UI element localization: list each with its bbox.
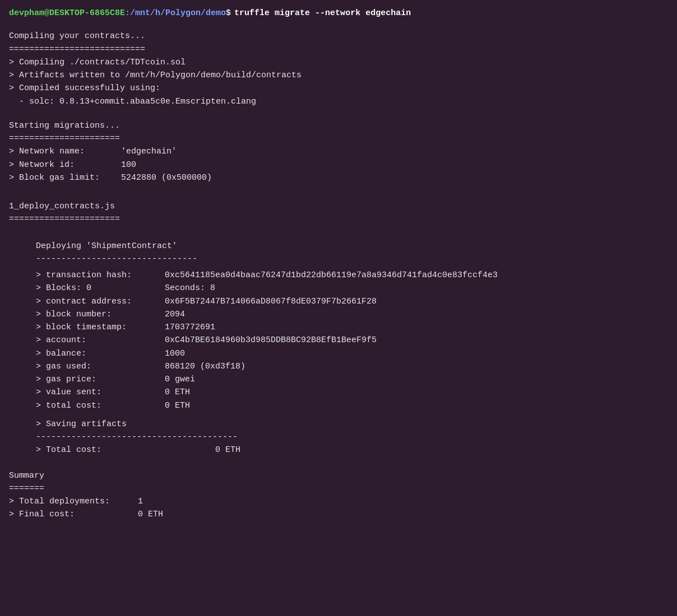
account-row: > account: 0xC4b7BE6184960b3d985DDB8BC92… <box>36 334 668 347</box>
tx-hash-value: 0xc5641185ea0d4baac76247d1bd22db66119e7a… <box>165 269 498 282</box>
contract-addr-label: > contract address: <box>36 295 165 308</box>
prompt-path: :/mnt/h/Polygon/demo <box>125 7 226 20</box>
compiling-line-4: - solc: 0.8.13+commit.abaa5c0e.Emscripte… <box>9 95 668 108</box>
block-ts-label: > block timestamp: <box>36 321 165 334</box>
value-sent-value: 0 ETH <box>165 386 190 399</box>
final-cost-label: > Final cost: <box>9 508 138 521</box>
prompt-user: devpham@DESKTOP-6865C8E <box>9 7 125 20</box>
block-gas-value: 5242880 (0x500000) <box>121 171 212 184</box>
migrations-header: Starting migrations... <box>9 119 668 132</box>
summary-section: Summary ======= > Total deployments: 1 >… <box>9 469 668 521</box>
account-value: 0xC4b7BE6184960b3d985DDB8BC92B8EfB1BeeF9… <box>165 334 377 347</box>
block-num-value: 2094 <box>165 308 185 321</box>
terminal: devpham@DESKTOP-6865C8E :/mnt/h/Polygon/… <box>9 7 668 521</box>
block-ts-value: 1703772691 <box>165 321 215 334</box>
prompt-command: truffle migrate --network edgechain <box>234 7 411 20</box>
total-cost-summary-label: > Total cost: <box>36 444 165 456</box>
compiling-section: Compiling your contracts... ============… <box>9 30 668 108</box>
migrations-section: Starting migrations... =================… <box>9 119 668 184</box>
gas-price-label: > gas price: <box>36 373 165 386</box>
compiling-line-3: > Compiled successfully using: <box>9 82 668 95</box>
gas-price-row: > gas price: 0 gwei <box>36 373 668 386</box>
gas-used-label: > gas used: <box>36 360 165 373</box>
deploying-subsection: Deploying 'ShipmentContract' -----------… <box>9 240 668 457</box>
total-cost-label: > total cost: <box>36 399 165 412</box>
compiling-divider: =========================== <box>9 43 668 56</box>
network-name-row: > Network name: 'edgechain' <box>9 145 668 158</box>
network-name-label: > Network name: <box>9 145 121 158</box>
prompt-line: devpham@DESKTOP-6865C8E :/mnt/h/Polygon/… <box>9 7 668 20</box>
network-name-value: 'edgechain' <box>121 145 177 158</box>
blocks-row: > Blocks: 0 Seconds: 8 <box>36 282 668 295</box>
value-sent-label: > value sent: <box>36 386 165 399</box>
contract-addr-row: > contract address: 0x6F5B72447B714066aD… <box>36 295 668 308</box>
summary-header: Summary <box>9 469 668 482</box>
compiling-line-2: > Artifacts written to /mnt/h/Polygon/de… <box>9 69 668 82</box>
saving-artifacts: > Saving artifacts <box>36 418 668 431</box>
deploy-filename: 1_deploy_contracts.js <box>9 200 668 213</box>
compiling-line-1: > Compiling ./contracts/TDTcoin.sol <box>9 56 668 69</box>
block-gas-row: > Block gas limit: 5242880 (0x500000) <box>9 171 668 184</box>
contract-addr-value: 0x6F5B72447B714066aD8067f8dE0379F7b2661F… <box>165 295 377 308</box>
deploy-section: 1_deploy_contracts.js ==================… <box>9 200 668 226</box>
migrations-divider: ====================== <box>9 132 668 145</box>
total-deployments-row: > Total deployments: 1 <box>9 495 668 508</box>
summary-divider: ======= <box>9 482 668 495</box>
balance-row: > balance: 1000 <box>36 347 668 360</box>
gas-price-value: 0 gwei <box>165 373 195 386</box>
deploy-divider: ====================== <box>9 213 668 226</box>
balance-value: 1000 <box>165 347 185 360</box>
total-deployments-value: 1 <box>138 495 143 508</box>
total-cost-summary-row: > Total cost: 0 ETH <box>36 444 668 456</box>
saving-dashes: ---------------------------------------- <box>36 431 668 444</box>
tx-hash-label: > transaction hash: <box>36 269 165 282</box>
total-deployments-label: > Total deployments: <box>9 495 138 508</box>
total-cost-value: 0 ETH <box>165 399 190 412</box>
block-ts-row: > block timestamp: 1703772691 <box>36 321 668 334</box>
compiling-header: Compiling your contracts... <box>9 30 668 43</box>
total-cost-row: > total cost: 0 ETH <box>36 399 668 412</box>
deploying-dashes: -------------------------------- <box>36 253 668 265</box>
seconds-value: Seconds: 8 <box>165 282 215 295</box>
gas-used-row: > gas used: 868120 (0xd3f18) <box>36 360 668 373</box>
final-cost-value: 0 ETH <box>138 508 163 521</box>
prompt-dollar: $ <box>226 7 231 20</box>
block-num-row: > block number: 2094 <box>36 308 668 321</box>
blocks-label: > Blocks: 0 <box>36 282 165 295</box>
network-id-row: > Network id: 100 <box>9 158 668 171</box>
network-id-label: > Network id: <box>9 158 121 171</box>
tx-hash-row: > transaction hash: 0xc5641185ea0d4baac7… <box>36 269 668 282</box>
value-sent-row: > value sent: 0 ETH <box>36 386 668 399</box>
gas-used-value: 868120 (0xd3f18) <box>165 360 245 373</box>
network-id-value: 100 <box>121 158 136 171</box>
block-gas-label: > Block gas limit: <box>9 171 121 184</box>
total-cost-summary-value: 0 ETH <box>165 444 240 456</box>
block-num-label: > block number: <box>36 308 165 321</box>
final-cost-row: > Final cost: 0 ETH <box>9 508 668 521</box>
balance-label: > balance: <box>36 347 165 360</box>
deploying-label: Deploying 'ShipmentContract' <box>36 240 668 253</box>
account-label: > account: <box>36 334 165 347</box>
